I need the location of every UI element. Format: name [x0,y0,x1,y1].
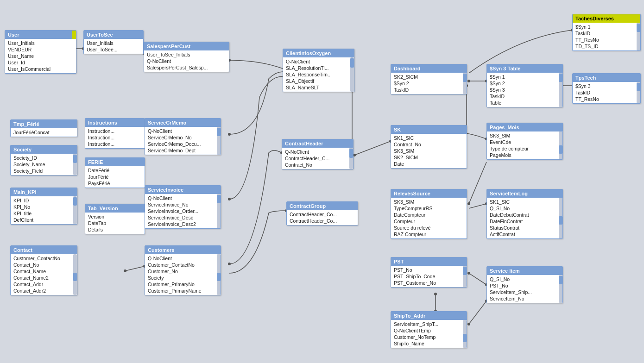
table-customers[interactable]: Customers Q-NoClient Customer_ContactNo … [145,245,221,295]
table-contractheader[interactable]: ContractHeader Q-NoClient ContractHeader… [282,139,354,169]
field-ins-2: Instruction... [85,134,145,141]
field-kpi-title: KPI_title [11,210,77,217]
field-td-syn1: $Syn 1 [573,24,640,30]
svg-point-13 [467,80,470,82]
field-sv-qsino: Q_SI_No [487,276,562,282]
field-rs-source: Source du relevé [391,225,467,231]
table-sk[interactable]: SK SK1_SIC Contract_No SK3_SIM SK2_SICM … [391,125,467,169]
field-rs-typecompteur: TypeCompteurRS [391,205,467,212]
svg-line-29 [469,273,486,285]
field-tv-version: Version [85,213,145,220]
table-usertosee-body: User_Initials User_ToSee... [84,39,143,54]
table-pst[interactable]: PST PST_No PST_ShipTo_Code PST_Customer_… [391,257,467,288]
field-sv-no: ServiceItem_No [487,295,562,302]
table-contractgroup[interactable]: ContractGroup ContractHeader_Co... Contr… [286,201,358,225]
table-rs-header: RelevésSource [391,189,467,198]
table-usertosee[interactable]: UserToSee User_Initials User_ToSee... [83,30,144,54]
field-pm-typecompteur: Type de compteur [487,145,562,152]
table-tt-body: $Syn 3 TaskID TT_ResNo [573,82,640,103]
field-con-addr: Contact_Addr [11,281,77,288]
field-con-name: Contact_Name [11,268,77,275]
field-si-desc2: ServiceInvoice_Desc2 [145,221,221,227]
table-scm-scroll: Q-NoClient ServiceCrMemo_No ServiceCrMem… [145,127,221,155]
field-cust-primaryno: Customer_PrimaryNo [145,281,221,288]
svg-line-38 [354,141,391,155]
field-con-contactno: Customer_ContactNo [11,255,77,262]
table-soc-header: Society [11,145,77,154]
table-tachesdiverses[interactable]: TachesDiverses $Syn 1 TaskID TT_ResNo TD… [572,14,641,51]
table-con-scroll: Customer_ContactNo Contact_No Contact_Na… [11,254,77,295]
table-kpi-header: Main_KPI [11,188,77,196]
field-sil-datdebut: DateDebutContrat [487,212,562,218]
table-serviceitemlog[interactable]: ServiceItemLog SK1_SIC Q_SI_No DateDebut… [486,189,563,239]
table-society[interactable]: Society Society_ID Society_Name Society_… [10,145,77,175]
table-sta-body: ServiceItem_ShipT... Q-NoClientTEmp Cust… [391,320,467,348]
field-tt-resno: TT_ResNo [573,96,640,102]
field-sk-sk3: SK3_SIM [391,148,467,154]
table-sv-header: Service Item [487,267,562,275]
table-serviceinvoice[interactable]: ServiceInvoice Q-NoClient ServiceInvoice… [145,185,221,229]
table-mainkpi[interactable]: Main_KPI KPI_ID KPI_No KPI_title DefClie… [10,188,77,225]
table-relevessource[interactable]: RelevésSource SK3_SIM TypeCompteurRS Dat… [391,189,467,239]
field-ut-initials: User_Initials [84,40,143,46]
table-tpstech[interactable]: TpsTech $Syn 3 TaskID TT_ResNo [572,73,641,104]
field-sil-sk1: SK1_SIC [487,199,562,205]
field-user-name: User_Name [5,53,76,59]
field-dash-syn2: $Syn 2 [391,80,467,87]
field-scm-dept: ServiceCrMemo_Dept [145,147,221,154]
table-kpi-scroll: KPI_ID KPI_No KPI_title DefClient [11,196,77,224]
table-ch-header: ContractHeader [282,139,353,148]
table-dashboard[interactable]: Dashboard SK2_SICM $Syn 2 TaskID [391,64,467,94]
table-td-body: $Syn 1 TaskID TT_ResNo TD_TS_ID [573,23,640,50]
table-pagesmois[interactable]: Pages_Mois SK3_SIM EventCde Type de comp… [486,123,563,160]
field-si-desc: ServiceInvoice_Desc [145,214,221,221]
table-cust-header: Customers [145,246,221,254]
table-fer-header: FERIE [85,158,145,166]
field-pst-no: PST_No [391,267,467,273]
table-salesperspercust-header: SalespersPerCust [144,42,229,50]
table-salesperspercust[interactable]: SalespersPerCust User_ToSee_Initials Q-N… [144,42,229,72]
field-cio-objectif: SLA_Objectif [283,78,354,84]
field-si-order: ServiceInvoice_Order... [145,208,221,214]
table-pm-header: Pages_Mois [487,123,562,131]
table-contact[interactable]: Contact Customer_ContactNo Contact_No Co… [10,245,77,295]
table-instructions[interactable]: Instructions Instruction... Instruction.… [85,118,145,149]
table-s3t-scroll: $Syn 1 $Syn 2 $Syn 3 TaskID Table [487,73,562,107]
table-ferie[interactable]: FERIE DateFérié JourFérié PaysFérié [85,157,145,188]
table-shiptoaddr[interactable]: ShipTo_Addr ServiceItem_ShipT... Q-NoCli… [391,311,467,348]
field-cio-noclient: Q-NoClient [283,58,354,65]
table-kpi-body: KPI_ID KPI_No KPI_title DefClient [11,196,77,224]
field-si-no: ServiceInvoice_No [145,201,221,208]
field-ch-contractno: Contract_No [282,162,353,168]
field-user-iscommercial: User_IsCommercial [5,66,76,72]
table-syn3table[interactable]: $Syn 3 Table $Syn 1 $Syn 2 $Syn 3 TaskID… [486,64,563,107]
field-sil-qsino: Q_SI_No [487,205,562,212]
table-cio-body: Q-NoClient SLA_ResolutionTi... SLA_Respo… [283,57,354,92]
table-tabversion[interactable]: Tab_Version Version DateTab Détails [85,204,145,234]
field-sta-customertemp: Customer_NoTemp [391,334,467,340]
table-sk-body: SK1_SIC Contract_No SK3_SIM SK2_SICM Dat… [391,134,467,168]
table-rs-body: SK3_SIM TypeCompteurRS DateCompteur Comp… [391,198,467,238]
svg-line-27 [469,204,486,208]
table-ch-body: Q-NoClient ContractHeader_C... Contract_… [282,148,353,169]
table-ins-body: Instruction... Instruction... Instructio… [85,127,145,148]
field-ins-1: Instruction... [85,128,145,134]
field-s3t-taskid: TaskID [487,93,562,100]
table-servicecrmemo[interactable]: ServiceCrMemo Q-NoClient ServiceCrMemo_N… [145,118,221,155]
svg-line-32 [469,301,486,324]
field-s3t-table: Table [487,100,562,106]
field-td-ttresno: TT_ResNo [573,37,640,43]
table-cio-scroll-container: Q-NoClient SLA_ResolutionTi... SLA_Respo… [283,57,354,92]
table-user[interactable]: User User_Initials VENDEUR User_Name Use… [5,30,76,74]
table-clientinfosoxygen[interactable]: ClientInfosOxygen Q-NoClient SLA_Resolut… [283,49,354,92]
svg-point-26 [467,202,470,205]
svg-line-25 [469,162,486,204]
svg-point-6 [228,263,231,265]
field-con-name2: Contact_Name2 [11,275,77,281]
table-serviceitem[interactable]: Service Item Q_SI_No PST_No ServiceItem_… [486,266,563,303]
field-s3t-syn3: $Syn 3 [487,87,562,93]
svg-point-36 [124,269,126,272]
table-user-header: User [5,31,76,39]
field-cio-nameslt: SLA_NameSLT [283,84,354,91]
table-tmpferie[interactable]: Tmp_Férié JourFériéConcat [10,119,77,137]
